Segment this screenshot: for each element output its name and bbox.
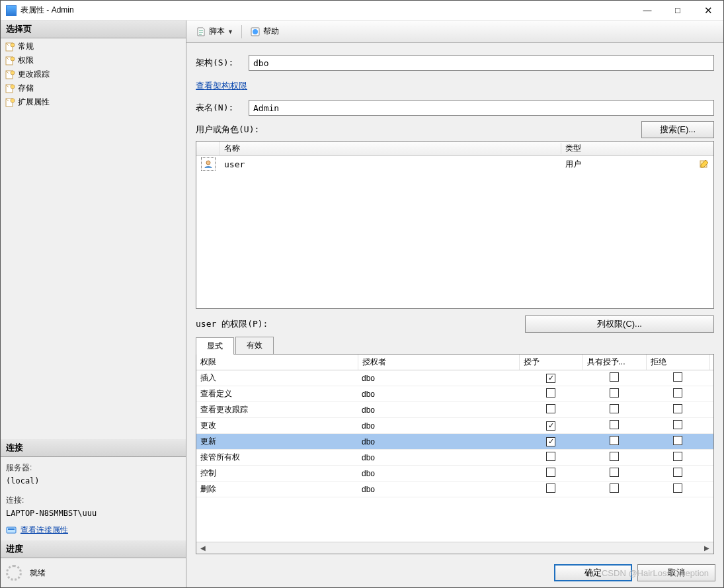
table-name-input[interactable]: Admin: [249, 100, 714, 116]
checkbox[interactable]: [546, 452, 555, 461]
permission-row[interactable]: 接管所有权dbo: [196, 450, 713, 466]
sidebar-item[interactable]: 扩展属性: [1, 95, 186, 109]
svg-rect-10: [7, 527, 16, 533]
checkbox[interactable]: [673, 404, 682, 413]
tab-effective[interactable]: 有效: [235, 337, 274, 354]
sidebar-item-label: 存储: [18, 83, 34, 94]
tab-explicit[interactable]: 显式: [196, 337, 234, 355]
main-panel: 脚本 ▼ 帮助 架构(S): dbo 查看架构权限 表名(N): Admin: [186, 21, 723, 587]
schema-label: 架构(S):: [196, 57, 245, 69]
script-button[interactable]: 脚本 ▼: [192, 24, 237, 38]
scroll-right-icon[interactable]: ▶: [702, 544, 712, 553]
grantor: dbo: [358, 434, 519, 450]
view-schema-permissions-link[interactable]: 查看架构权限: [196, 80, 714, 92]
svg-point-9: [11, 99, 15, 103]
spinner-icon: [6, 565, 22, 581]
checkbox[interactable]: [673, 452, 682, 461]
checkbox[interactable]: [546, 437, 555, 446]
minimize-button[interactable]: —: [632, 1, 663, 20]
users-col-type[interactable]: 类型: [561, 143, 713, 154]
permission-row[interactable]: 删除dbo: [196, 482, 713, 497]
users-list-row[interactable]: user用户: [196, 156, 713, 172]
connection-header: 连接: [1, 439, 186, 457]
page-icon: [5, 69, 15, 80]
window-controls: — □ ✕: [632, 1, 723, 20]
checkbox[interactable]: [673, 420, 682, 429]
server-label: 服务器:: [6, 461, 181, 474]
checkbox[interactable]: [610, 483, 619, 493]
checkbox[interactable]: [673, 468, 682, 477]
page-icon: [5, 42, 15, 52]
checkbox[interactable]: [546, 388, 555, 398]
permission-name: 插入: [196, 370, 358, 386]
checkbox[interactable]: [673, 436, 682, 445]
checkbox[interactable]: [546, 421, 555, 431]
dialog-footer: 确定 取消 CSDN @HairLossException: [186, 558, 723, 587]
script-label: 脚本: [209, 26, 225, 37]
checkbox[interactable]: [673, 372, 682, 382]
permissions-tabs: 显式 有效: [196, 337, 714, 354]
permission-row[interactable]: 查看定义dbo: [196, 386, 713, 402]
svg-point-14: [206, 161, 210, 165]
checkbox[interactable]: [610, 388, 619, 398]
permission-row[interactable]: 更新dbo: [196, 434, 713, 450]
users-listview[interactable]: 名称 类型 user用户: [196, 141, 714, 309]
checkbox[interactable]: [610, 436, 619, 445]
col-deny[interactable]: 拒绝: [646, 355, 709, 370]
checkbox[interactable]: [610, 452, 619, 461]
checkbox[interactable]: [546, 468, 555, 477]
column-permissions-button[interactable]: 列权限(C)...: [525, 315, 714, 333]
sidebar-item[interactable]: 存储: [1, 81, 186, 95]
maximize-button[interactable]: □: [663, 1, 693, 20]
sidebar-item-label: 扩展属性: [18, 97, 50, 108]
select-page-header: 选择页: [1, 21, 186, 38]
sidebar-item[interactable]: 权限: [1, 54, 186, 67]
page-icon: [5, 83, 15, 94]
checkbox[interactable]: [546, 404, 555, 413]
search-button[interactable]: 搜索(E)...: [641, 121, 714, 138]
sidebar-item[interactable]: 更改跟踪: [1, 67, 186, 81]
permissions-grid: 权限 授权者 授予 具有授予... 拒绝 插入dbo查看定义dbo查看更改跟踪d…: [196, 354, 714, 554]
users-roles-section: 用户或角色(U): 搜索(E)... 名称 类型 user用户: [186, 121, 723, 309]
close-button[interactable]: ✕: [693, 1, 723, 20]
permission-name: 控制: [196, 466, 358, 482]
table-name-label: 表名(N):: [196, 102, 245, 114]
col-permission[interactable]: 权限: [196, 355, 358, 370]
col-with-grant[interactable]: 具有授予...: [583, 355, 646, 370]
col-grant[interactable]: 授予: [519, 355, 583, 370]
checkbox[interactable]: [673, 483, 682, 493]
permission-row[interactable]: 更改dbo: [196, 418, 713, 434]
permissions-grid-scroll[interactable]: 权限 授权者 授予 具有授予... 拒绝 插入dbo查看定义dbo查看更改跟踪d…: [196, 355, 713, 542]
schema-input[interactable]: dbo: [249, 55, 714, 71]
help-label: 帮助: [263, 26, 279, 37]
permission-row[interactable]: 查看更改跟踪dbo: [196, 402, 713, 418]
ok-button[interactable]: 确定: [554, 564, 632, 581]
checkbox[interactable]: [546, 483, 555, 493]
scroll-left-icon[interactable]: ◀: [198, 544, 208, 553]
col-grantor[interactable]: 授权者: [358, 355, 519, 370]
titlebar[interactable]: 表属性 - Admin — □ ✕: [1, 1, 723, 21]
checkbox[interactable]: [610, 420, 619, 429]
checkbox[interactable]: [610, 404, 619, 413]
progress-row: 就绪: [1, 558, 186, 587]
checkbox[interactable]: [610, 372, 619, 382]
grantor: dbo: [358, 386, 519, 402]
window: 表属性 - Admin — □ ✕ 选择页 常规权限更改跟踪存储扩展属性 连接 …: [0, 0, 724, 588]
users-col-name[interactable]: 名称: [220, 143, 561, 154]
svg-point-5: [11, 71, 15, 75]
checkbox[interactable]: [673, 388, 682, 398]
checkbox[interactable]: [610, 468, 619, 477]
page-icon: [5, 56, 15, 66]
grantor: dbo: [358, 370, 519, 386]
dropdown-caret-icon: ▼: [227, 28, 233, 35]
permission-row[interactable]: 插入dbo: [196, 370, 713, 386]
horizontal-scrollbar[interactable]: ◀ ▶: [196, 542, 713, 554]
help-button[interactable]: 帮助: [246, 24, 283, 38]
permission-row[interactable]: 控制dbo: [196, 466, 713, 482]
view-connection-properties-link[interactable]: 查看连接属性: [20, 523, 68, 536]
checkbox[interactable]: [546, 374, 555, 383]
edit-icon[interactable]: [699, 159, 709, 169]
user-name: user: [220, 159, 561, 169]
sidebar-item[interactable]: 常规: [1, 40, 186, 54]
cancel-button[interactable]: 取消: [637, 564, 715, 581]
